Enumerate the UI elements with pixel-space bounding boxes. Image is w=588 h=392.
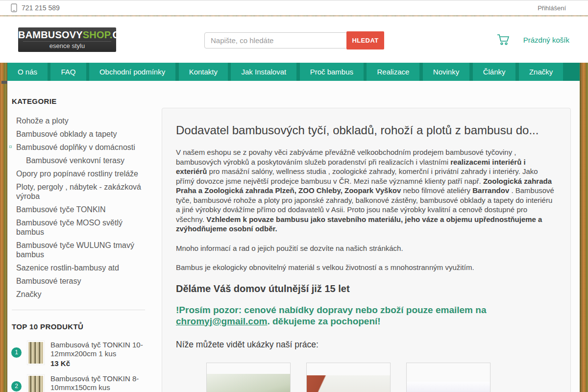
nav-item-znacky[interactable]: Značky xyxy=(519,63,563,81)
category-expand-icon xyxy=(9,146,12,148)
nav-item-kontakty[interactable]: Kontakty xyxy=(179,63,228,81)
content-area: KATEGORIE Rohože a ploty Bambusové obkla… xyxy=(7,81,580,392)
rank-badge: 1 xyxy=(11,347,22,358)
nav-item-realizace[interactable]: Realizace xyxy=(367,63,419,81)
phone-group: 721 215 589 xyxy=(11,3,60,12)
category-opory-trelaze[interactable]: Opory pro popínavé rostliny treláže xyxy=(16,169,148,178)
nav-item-jak-instalovat[interactable]: Jak Instalovat xyxy=(231,63,296,81)
gallery-card-house-fence[interactable] xyxy=(306,363,391,392)
logo-brand-text: BAMBUSOVYSHOP.CZ xyxy=(18,29,116,41)
info-paragraph: Mnoho informací a rad o jejich použití s… xyxy=(176,244,557,253)
category-terasy[interactable]: Bambusové terasy xyxy=(16,276,148,286)
category-tyce-wulung[interactable]: Bambusové tyče WULUNG tmavý bambus xyxy=(16,241,148,259)
product-price: 13 Kč xyxy=(50,359,146,368)
top-products-heading: TOP 10 PRODUKTŮ xyxy=(12,322,162,331)
product-title: Bambusová tyč TONKIN 8-10mmx150cm kus xyxy=(50,374,146,392)
category-tyce-tonkin[interactable]: Bambusové tyče TONKIN xyxy=(16,205,148,214)
gallery-card-terrace[interactable] xyxy=(206,363,291,392)
sidebar-divider xyxy=(12,310,145,310)
categories-heading: KATEGORIE xyxy=(12,97,162,105)
cart-widget[interactable]: Prázdný košík xyxy=(497,34,569,46)
category-ploty-pergoly[interactable]: Ploty, pergoly , nábytek - zakázková výr… xyxy=(16,182,148,201)
header: BAMBUSOVYSHOP.CZ esence stylu HLEDAT Prá… xyxy=(0,16,588,63)
nav-item-clanky[interactable]: Články xyxy=(473,63,516,81)
site-logo[interactable]: BAMBUSOVYSHOP.CZ esence stylu xyxy=(18,27,116,52)
rank-badge: 2 xyxy=(11,381,22,392)
notice-heading: !Prosím pozor: cenové nabídky dopravy ne… xyxy=(176,304,509,327)
top-products-list: 1 Bambusová tyč TONKIN 10-12mmx200cm 1 k… xyxy=(7,341,162,392)
category-tyce-moso[interactable]: Bambusové tyče MOSO světlý bambus xyxy=(16,218,148,237)
nav-item-obchodni-podminky[interactable]: Obchodní podmínky xyxy=(89,63,175,81)
main-nav: O nás FAQ Obchodní podmínky Kontakty Jak… xyxy=(7,63,580,81)
gallery-card-sky-fence[interactable] xyxy=(406,363,490,392)
cart-status-label: Prázdný košík xyxy=(523,36,569,44)
topbar: 721 215 589 Přihlášení xyxy=(0,0,588,16)
login-link[interactable]: Přihlášení xyxy=(538,4,566,12)
intro-paragraph: V našem eshopu se z povahy věci zabýváme… xyxy=(176,147,557,234)
category-obklady-a-tapety[interactable]: Bambusové obklady a tapety xyxy=(16,129,148,139)
category-rohoze-a-ploty[interactable]: Rohože a ploty xyxy=(16,116,148,125)
wooden-terrace-photo xyxy=(207,374,290,392)
top-product-1[interactable]: 1 Bambusová tyč TONKIN 10-12mmx200cm 1 k… xyxy=(11,341,157,368)
logo-tagline: esence stylu xyxy=(23,41,111,50)
sky-landscape-fence-photo xyxy=(407,382,490,392)
product-title: Bambusová tyč TONKIN 10-12mmx200cm 1 kus xyxy=(50,341,146,358)
product-thumbnail xyxy=(27,341,45,365)
category-znacky[interactable]: Značky xyxy=(16,290,148,299)
category-sazenice[interactable]: Sazenice rostlin-bambusy atd xyxy=(16,263,148,272)
eco-paragraph: Bambus je ekologicky obnovitelný materiá… xyxy=(176,263,557,272)
category-list: Rohože a ploty Bambusové obklady a tapet… xyxy=(7,116,162,299)
slogan-heading: Děláme Váš domov útulnější již 15 let xyxy=(176,283,557,294)
nav-item-o-nas[interactable]: O nás xyxy=(7,63,48,81)
email-link[interactable]: chromyj@gmail.com xyxy=(176,316,267,326)
search-button[interactable]: HLEDAT xyxy=(346,31,384,49)
house-bamboo-fence-photo xyxy=(307,375,390,392)
search-input[interactable] xyxy=(204,32,347,49)
sidebar: KATEGORIE Rohože a ploty Bambusové obkla… xyxy=(7,81,162,392)
top-product-2[interactable]: 2 Bambusová tyč TONKIN 8-10mmx150cm kus … xyxy=(11,374,157,392)
main-panel: Dodavatel bambusových tyčí, obkladů, roh… xyxy=(162,108,571,392)
cart-icon xyxy=(497,34,510,46)
nav-item-proc-bambus[interactable]: Proč bambus xyxy=(300,63,364,81)
page-title: Dodavatel bambusových tyčí, obkladů, roh… xyxy=(176,123,557,138)
phone-number: 721 215 589 xyxy=(22,4,60,12)
examples-heading: Níže můžete vidět ukázky naší práce: xyxy=(176,340,557,350)
phone-icon xyxy=(11,3,17,12)
work-examples-gallery xyxy=(206,363,557,392)
nav-item-faq[interactable]: FAQ xyxy=(50,63,86,81)
product-thumbnail xyxy=(27,374,45,392)
category-venkovni-terasy[interactable]: Bambusové venkovní terasy xyxy=(26,156,152,165)
category-doplnky-v-domacnosti[interactable]: Bambusové doplňky v domácnosti xyxy=(16,143,148,152)
nav-item-novinky[interactable]: Novinky xyxy=(423,63,469,81)
